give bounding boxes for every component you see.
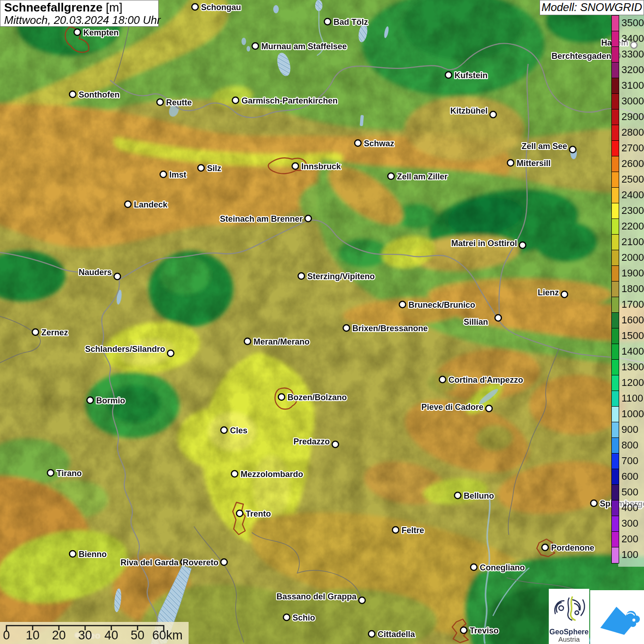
city-dot — [460, 627, 467, 633]
colorbar-tick-2000: 2000 — [621, 250, 644, 265]
scale-label-50: 50 — [131, 628, 144, 643]
city-dot — [69, 91, 76, 98]
city-label: Riva del Garda — [121, 558, 179, 567]
city-dot — [368, 631, 375, 637]
city-label: Cles — [230, 426, 247, 435]
city-dot — [167, 350, 174, 356]
city-label: Predazzo — [293, 437, 330, 446]
city-marker-sterzing-vipiteno: Sterzing/Vipiteno — [298, 272, 375, 281]
colorbar-segment-2300 — [612, 203, 619, 219]
city-label: Brixen/Bressanone — [352, 324, 428, 333]
city-dot — [495, 315, 501, 321]
city-marker-matrei-in-osttirol: Matrei in Osttirol — [451, 239, 526, 248]
colorbar-tick-2100: 2100 — [621, 234, 644, 250]
city-dot — [244, 338, 251, 345]
city-dot — [157, 99, 163, 105]
colorbar-segment-100 — [612, 547, 619, 563]
city-dot — [278, 394, 285, 400]
colorbar-segment-300 — [612, 516, 619, 532]
city-dot — [324, 18, 331, 25]
city-dot — [221, 427, 227, 433]
colorbar-segment-1000 — [612, 407, 619, 422]
city-dot — [388, 173, 394, 179]
city-label: Pordenone — [551, 543, 594, 552]
city-label: Schongau — [201, 3, 241, 12]
colorbar-tick-400: 400 — [621, 500, 644, 516]
city-label: Feltre — [402, 526, 424, 535]
colorbar-segment-200 — [612, 532, 619, 547]
colorbar-tick-2600: 2600 — [621, 156, 644, 172]
city-dot — [114, 273, 121, 280]
colorbar-segment-2400 — [612, 188, 619, 203]
colorbar-segment-2100 — [612, 235, 619, 250]
city-dot — [192, 4, 198, 10]
city-label: Berchtesgaden — [552, 52, 611, 61]
colorbar-segment-1200 — [612, 375, 619, 391]
colorbar-segment-3100 — [612, 78, 619, 94]
scale-label-0: 0 — [3, 628, 10, 643]
city-label: Innsbruck — [301, 162, 341, 171]
city-dot — [125, 201, 131, 207]
city-dot — [283, 614, 290, 621]
colorbar-tick-3500: 3500 — [621, 15, 644, 31]
colorbar-segment-700 — [612, 454, 619, 469]
colorbar-segment-2600 — [612, 156, 619, 172]
scale-label-40: 40 — [104, 628, 118, 643]
city-dot — [198, 165, 204, 171]
city-dot — [561, 291, 568, 298]
city-label: Meran/Merano — [253, 337, 310, 346]
city-label: Silz — [207, 164, 221, 173]
colorbar-segment-3200 — [612, 63, 619, 78]
city-label: Kufstein — [454, 71, 488, 80]
city-dot — [87, 397, 93, 403]
colorbar-tick-3000: 3000 — [621, 93, 644, 109]
city-marker-berchtesgaden: Berchtesgaden — [552, 52, 620, 61]
city-dot — [392, 527, 399, 533]
colorbar-segment-1100 — [612, 391, 619, 407]
city-marker-pieve-di-cadore: Pieve di Cadore — [421, 402, 492, 412]
city-marker-bruneck-brunico: Bruneck/Brunico — [399, 300, 475, 310]
city-marker-riva-del-garda: Riva del Garda — [121, 558, 187, 567]
colorbar-tick-100: 100 — [621, 547, 644, 563]
city-label: Kempten — [83, 28, 119, 37]
city-label: Trento — [246, 509, 271, 518]
colorbar-tick-2800: 2800 — [621, 125, 644, 140]
colorbar-segment-3000 — [612, 94, 619, 109]
city-label: Bormio — [96, 396, 125, 405]
city-dot — [507, 160, 514, 166]
colorbar-tick-800: 800 — [621, 437, 644, 453]
city-dot — [454, 492, 461, 499]
colorbar-tick-2300: 2300 — [621, 203, 644, 218]
city-label: Sonthofen — [79, 90, 120, 99]
colorbar-tick-3100: 3100 — [621, 78, 644, 93]
city-label: Mezzolombardo — [241, 470, 303, 479]
city-label: Tirano — [57, 469, 82, 478]
unit-label: [m] — [106, 0, 122, 14]
colorbar-tick-3200: 3200 — [621, 62, 644, 78]
geosphere-logo: GeoSphere Austria — [549, 589, 589, 644]
city-dot — [292, 163, 299, 169]
city-marker-mezzolombardo: Mezzolombardo — [231, 470, 303, 479]
colorbar-tick-500: 500 — [621, 484, 644, 500]
city-label: Nauders — [79, 268, 112, 277]
city-label: Garmisch-Partenkirchen — [242, 96, 338, 105]
colorbar-tick-700: 700 — [621, 453, 644, 469]
city-dot — [439, 376, 446, 383]
city-dot — [298, 273, 305, 279]
city-dot — [232, 97, 239, 104]
colorbar-tick-1600: 1600 — [621, 312, 644, 328]
city-dot — [332, 441, 339, 448]
city-dot — [542, 544, 548, 551]
map: Iseo SchongauBad TölzKemptenMurnau am St… — [0, 0, 644, 644]
colorbar-tick-1700: 1700 — [621, 297, 644, 312]
city-dot — [160, 171, 167, 178]
city-label: Imst — [169, 170, 186, 179]
city-label: Schlanders/Silandro — [85, 345, 165, 354]
colorbar — [611, 15, 619, 564]
geosphere-logo-country: Austria — [549, 636, 589, 643]
geosphere-logo-name: GeoSphere — [549, 628, 589, 636]
colorbar-tick-1400: 1400 — [621, 344, 644, 359]
colorbar-tick-1800: 1800 — [621, 281, 644, 297]
city-label: Treviso — [470, 626, 499, 635]
colorbar-segment-1400 — [612, 344, 619, 360]
